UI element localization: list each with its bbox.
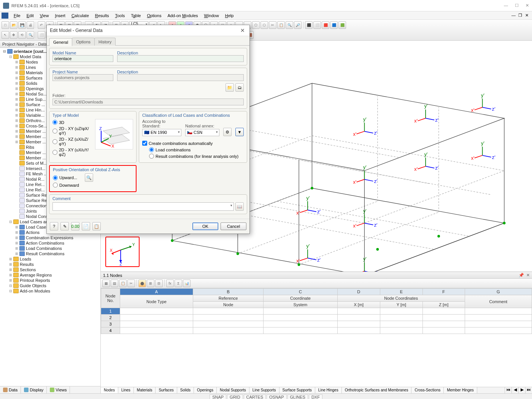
menu-results[interactable]: Results — [92, 13, 112, 19]
col-header-z[interactable]: Z [m] — [422, 302, 465, 308]
standard-filter-icon[interactable]: ▼ — [235, 128, 244, 136]
radio-result-combinations[interactable]: Result combinations (for linear analysis… — [142, 153, 244, 159]
table-cell[interactable] — [193, 321, 263, 327]
dlg-tab-options[interactable]: Options — [72, 38, 95, 46]
table-grid[interactable]: Node No. A B C D E F G Node Type Referen… — [101, 288, 532, 387]
table-cell[interactable] — [120, 315, 193, 321]
tb-btn[interactable]: 📋 — [277, 21, 285, 29]
tbl-btn[interactable]: 📊 — [183, 280, 191, 287]
maximize-button[interactable]: ☐ — [515, 3, 519, 8]
table-tab[interactable]: Materials — [134, 387, 156, 393]
table-tab[interactable]: Orthotropic Surfaces and Membranes — [342, 387, 412, 393]
table-cell[interactable] — [465, 315, 532, 321]
dlg-tab-history[interactable]: History — [94, 38, 116, 46]
table-tab[interactable]: Surface Supports — [279, 387, 315, 393]
tree-item[interactable]: ⊞Result Combinations — [0, 251, 100, 256]
col-header-coord[interactable]: Coordinate — [264, 295, 337, 302]
tb-save-icon[interactable]: 💾 — [18, 21, 26, 29]
table-cell[interactable] — [264, 308, 337, 315]
menu-window[interactable]: Window — [201, 13, 222, 19]
col-header-ref-node[interactable]: Node — [193, 302, 263, 308]
tbl-btn[interactable]: ✂ — [127, 280, 135, 287]
table-cell[interactable] — [422, 327, 465, 334]
tree-item[interactable]: ⊞Sections — [0, 267, 100, 272]
annex-combo[interactable]: 🇨🇿 CSN — [185, 129, 219, 136]
standard-settings-icon[interactable]: ⚙ — [223, 128, 232, 136]
tree-item[interactable]: ⊞Action Combinations — [0, 240, 100, 246]
tbl-btn[interactable]: ▤ — [111, 280, 118, 287]
col-letter-a[interactable]: A — [120, 289, 193, 295]
table-cell[interactable] — [337, 308, 380, 315]
dlg-report-icon[interactable]: 📋 — [92, 222, 101, 230]
table-cell[interactable] — [193, 308, 263, 315]
cancel-button[interactable]: Cancel — [221, 223, 246, 230]
table-cell[interactable] — [422, 315, 465, 321]
tb-btn[interactable]: ⬛ — [305, 21, 313, 29]
tb-open-icon[interactable]: 📂 — [10, 21, 17, 29]
table-cell[interactable] — [465, 321, 532, 327]
status-snap[interactable]: SNAP — [210, 394, 226, 399]
col-letter-c[interactable]: C — [264, 289, 337, 295]
tab-nav-first[interactable]: ⏮ — [505, 387, 511, 393]
tab-nav-next[interactable]: ▶ — [518, 387, 525, 393]
table-cell[interactable] — [380, 315, 423, 321]
mdi-restore-icon[interactable]: ❐ — [518, 13, 524, 18]
table-cell[interactable] — [337, 327, 380, 334]
status-osnap[interactable]: OSNAP — [267, 394, 287, 399]
table-tab[interactable]: Solids — [177, 387, 194, 393]
table-cell[interactable] — [380, 321, 423, 327]
dialog-close-icon[interactable]: ✕ — [239, 27, 246, 33]
tree-item[interactable]: ⊞Load Combinations — [0, 246, 100, 251]
tb-print-icon[interactable]: 🖨 — [27, 21, 34, 29]
mdi-minimize-icon[interactable]: — — [511, 13, 517, 18]
table-cell[interactable] — [422, 321, 465, 327]
col-header-node-type[interactable]: Node Type — [120, 295, 193, 308]
menu-insert[interactable]: Insert — [52, 13, 68, 19]
table-cell[interactable] — [465, 327, 532, 334]
menu-view[interactable]: View — [37, 13, 52, 19]
tbl-btn[interactable]: 📋 — [119, 280, 127, 287]
dlg-excel-icon[interactable]: 📄 — [82, 222, 90, 230]
mdi-close-icon[interactable]: ✕ — [525, 13, 530, 18]
tbl-btn[interactable]: ⬤ — [138, 280, 146, 287]
status-glines[interactable]: GLINES — [287, 394, 308, 399]
table-cell[interactable] — [193, 327, 263, 334]
tb-btn[interactable]: ✥ — [10, 31, 17, 39]
table-tab[interactable]: Cross-Sections — [411, 387, 444, 393]
col-header-node-coords[interactable]: Node Coordinates — [337, 295, 465, 302]
table-cell[interactable] — [380, 308, 423, 315]
tbl-btn[interactable]: fx — [166, 280, 174, 287]
tb-btn[interactable]: ⟲ — [18, 31, 26, 39]
col-letter-b[interactable]: B — [193, 289, 263, 295]
tb-undo-icon[interactable]: ↶ — [38, 21, 45, 29]
radio-3d[interactable]: 3D — [52, 119, 93, 126]
tab-nav-prev[interactable]: ◀ — [511, 387, 518, 393]
menu-help[interactable]: Help — [222, 13, 237, 19]
table-cell[interactable] — [193, 315, 263, 321]
tbl-btn[interactable]: ⊞ — [147, 280, 154, 287]
status-grid[interactable]: GRID — [227, 394, 243, 399]
col-header-node-no[interactable]: Node No. — [101, 289, 120, 308]
nav-tab-views[interactable]: Views — [47, 386, 70, 393]
nav-tab-data[interactable]: Data — [0, 386, 21, 393]
tb-btn[interactable]: 🔍 — [27, 31, 34, 39]
table-cell[interactable] — [120, 321, 193, 327]
tbl-btn[interactable]: Σ — [175, 280, 182, 287]
panel-close-icon[interactable]: ✕ — [526, 273, 530, 278]
table-cell[interactable] — [264, 321, 337, 327]
col-letter-g[interactable]: G — [465, 289, 532, 295]
table-cell[interactable] — [120, 327, 193, 334]
menu-calculate[interactable]: Calculate — [68, 13, 92, 19]
project-browse-icon[interactable]: 📁 — [226, 83, 234, 92]
col-letter-d[interactable]: D — [337, 289, 380, 295]
dlg-help-icon[interactable]: ? — [50, 222, 58, 230]
col-header-system[interactable]: System — [264, 302, 337, 308]
menu-table[interactable]: Table — [128, 13, 144, 19]
col-header-ref[interactable]: Reference — [193, 295, 263, 302]
table-cell[interactable] — [264, 327, 337, 334]
tb-btn[interactable]: ✂ — [269, 21, 276, 29]
tb-btn[interactable]: ↖ — [2, 31, 9, 39]
comment-library-icon[interactable]: 📖 — [235, 202, 244, 211]
close-button[interactable]: ✕ — [526, 3, 529, 8]
tb-btn[interactable]: ⬜ — [313, 21, 321, 29]
